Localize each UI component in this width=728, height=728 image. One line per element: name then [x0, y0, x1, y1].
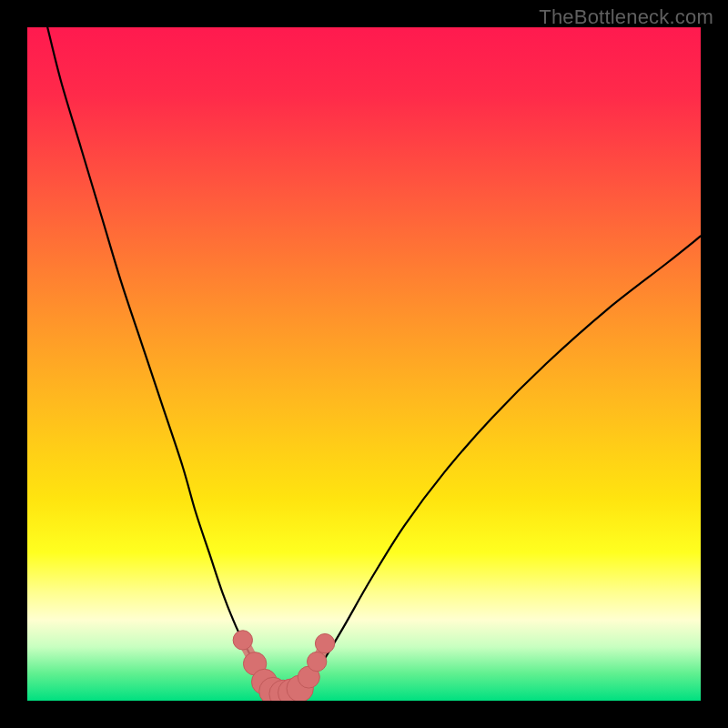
marker-dot: [233, 631, 252, 650]
gradient-background: [27, 27, 701, 701]
marker-dot: [308, 652, 327, 671]
chart-frame: TheBottleneck.com: [0, 0, 728, 728]
watermark-text: TheBottleneck.com: [539, 5, 713, 29]
bottleneck-chart: [27, 27, 701, 701]
marker-dot: [315, 633, 334, 652]
